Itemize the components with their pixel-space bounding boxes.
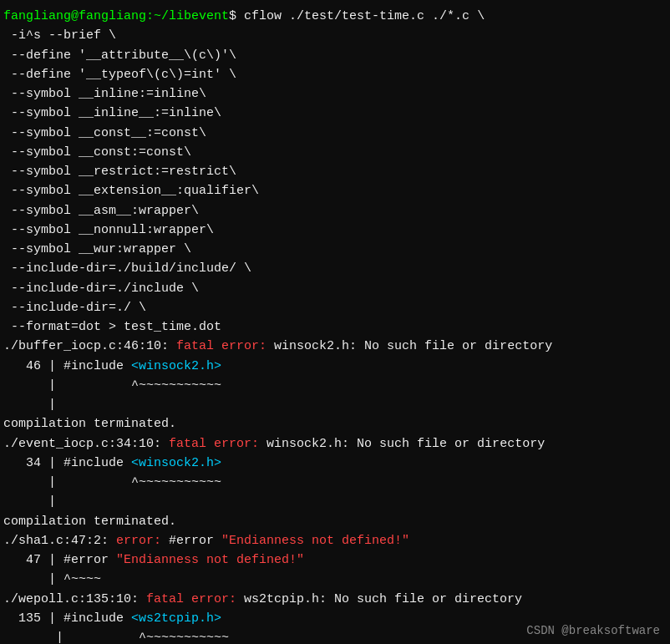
footer-text: CSDN @breaksoftware	[526, 624, 660, 637]
prompt-user: fangliang@fangliang	[3, 9, 146, 23]
terminal-line: ./wepoll.c:135:10: fatal error: ws2tcpip…	[0, 590, 670, 609]
terminal-line: --include-dir=./ \	[0, 298, 670, 317]
terminal-line: 47 | #error "Endianness not defined!"	[0, 550, 670, 570]
terminal-line: -i^s --brief \	[0, 26, 670, 45]
terminal-line: |	[0, 395, 670, 414]
prompt-path: :~/libevent	[146, 9, 229, 23]
terminal-line: | ^~~~~	[0, 570, 670, 589]
terminal-line: --symbol __nonnull:wrapper\	[0, 221, 670, 240]
prompt-dollar: $	[229, 9, 236, 23]
terminal-line: 46 | #include <winsock2.h>	[0, 357, 670, 376]
terminal-line: compilation terminated.	[0, 414, 670, 434]
terminal-line: --symbol __asm__:wrapper\	[0, 201, 670, 221]
terminal-line: 34 | #include <winsock2.h>	[0, 454, 670, 473]
terminal-line: compilation terminated.	[0, 512, 670, 531]
terminal-line: --symbol __restrict:=restrict\	[0, 162, 670, 181]
terminal-line: --symbol __const__:=const\	[0, 124, 670, 143]
terminal-line: --include-dir=./include \	[0, 279, 670, 298]
terminal: fangliang@fangliang:~/libevent$ cflow ./…	[0, 0, 670, 644]
terminal-line: --include-dir=./build/include/ \	[0, 259, 670, 278]
prompt-command: cflow ./test/test-time.c ./*.c \	[236, 9, 485, 23]
terminal-line: --symbol __inline:=inline\	[0, 84, 670, 104]
terminal-line: --define '__attribute__\(c\)'\	[0, 46, 670, 65]
terminal-line: --define '__typeof\(c\)=int' \	[0, 65, 670, 84]
terminal-line: ./event_iocp.c:34:10: fatal error: winso…	[0, 434, 670, 454]
terminal-line: | ^~~~~~~~~~~~	[0, 376, 670, 395]
terminal-line: |	[0, 492, 670, 511]
terminal-line: --format=dot > test_time.dot	[0, 317, 670, 337]
terminal-line: --symbol __extension__:qualifier\	[0, 181, 670, 200]
terminal-line: --symbol __const:=const\	[0, 143, 670, 162]
output-lines: -i^s --brief \ --define '__attribute__\(…	[0, 26, 670, 644]
terminal-line: ./sha1.c:47:2: error: #error "Endianness…	[0, 531, 670, 550]
terminal-line: ./buffer_iocp.c:46:10: fatal error: wins…	[0, 337, 670, 356]
terminal-line: --symbol __wur:wrapper \	[0, 240, 670, 259]
terminal-line: | ^~~~~~~~~~~~	[0, 473, 670, 492]
prompt-line: fangliang@fangliang:~/libevent$ cflow ./…	[0, 7, 670, 26]
terminal-line: --symbol __inline__:=inline\	[0, 104, 670, 123]
